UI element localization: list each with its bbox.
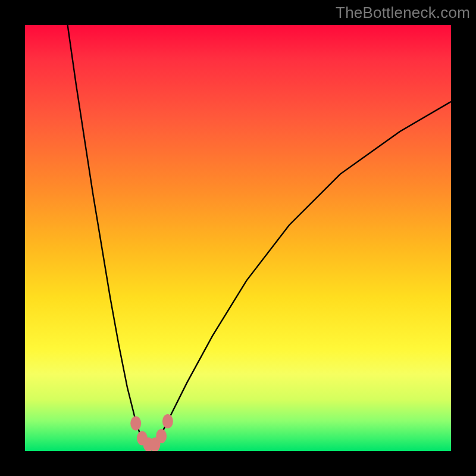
curve-marker <box>162 414 173 428</box>
curve-marker <box>130 416 141 431</box>
bottleneck-curve-path <box>68 25 451 447</box>
curve-markers <box>130 414 173 451</box>
chart-frame: TheBottleneck.com <box>0 0 476 476</box>
plot-area <box>25 25 451 451</box>
curve-layer <box>25 25 451 451</box>
watermark-text: TheBottleneck.com <box>336 4 470 22</box>
curve-marker <box>156 429 167 443</box>
